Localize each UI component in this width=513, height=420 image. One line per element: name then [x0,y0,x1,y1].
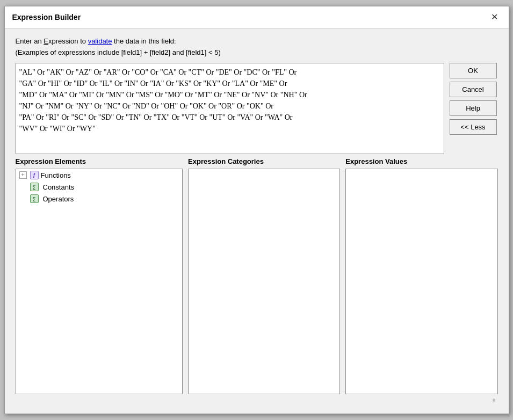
dialog-title: Expression Builder [12,13,81,21]
categories-label: Expression Categories [188,157,340,165]
elements-label: Expression Elements [16,157,183,165]
main-area: OK Cancel Help << Less [16,63,498,154]
functions-icon: ƒ [30,171,39,179]
title-bar: Expression Builder ✕ [5,6,509,28]
panels-area: + ƒ Functions ∑ Constants ∑ Operators [16,169,498,394]
tree-item-functions[interactable]: + ƒ Functions [16,169,182,181]
operators-icon: ∑ [30,194,39,203]
expression-elements-panel[interactable]: + ƒ Functions ∑ Constants ∑ Operators [16,169,183,394]
values-label: Expression Values [345,157,497,165]
cancel-button[interactable]: Cancel [450,82,497,97]
less-button[interactable]: << Less [450,119,497,135]
tree-item-operators[interactable]: ∑ Operators [16,193,182,205]
functions-label: Functions [41,171,71,179]
expression-values-panel[interactable] [345,169,497,394]
expression-builder-dialog: Expression Builder ✕ Enter an Expression… [4,6,509,414]
close-button[interactable]: ✕ [488,12,501,23]
constants-icon: ∑ [30,183,39,191]
ok-button[interactable]: OK [450,63,497,78]
expression-categories-panel[interactable] [188,169,340,394]
expand-functions-icon: + [19,171,27,179]
expression-underline: E [44,37,48,45]
validate-link[interactable]: validate [88,37,112,45]
constants-label: Constants [43,183,75,191]
resize-handle: ⠿ [16,397,498,405]
panels-labels-row: Expression Elements Expression Categorie… [16,157,498,165]
resize-dots-icon: ⠿ [492,399,496,404]
button-group: OK Cancel Help << Less [450,63,498,135]
example-line: (Examples of expressions include [field1… [16,48,498,56]
operators-label: Operators [43,195,74,203]
help-button[interactable]: Help [450,100,497,116]
tree-item-constants[interactable]: ∑ Constants [16,181,182,193]
instruction-line1: Enter an Expression to validate the data… [16,37,498,45]
expression-textarea[interactable] [16,63,444,154]
dialog-body: Enter an Expression to validate the data… [5,28,509,414]
